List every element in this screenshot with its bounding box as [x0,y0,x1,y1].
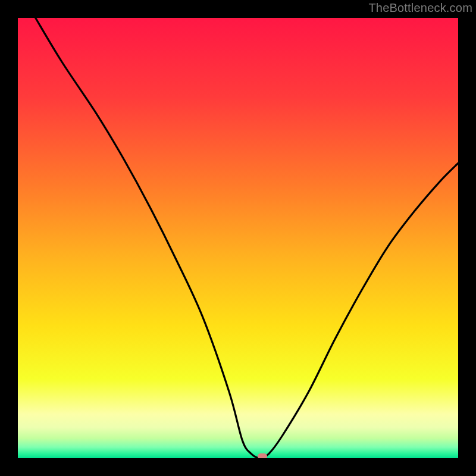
plot-area [18,18,458,458]
bottleneck-curve [18,18,458,458]
watermark-text: TheBottleneck.com [368,1,472,15]
optimal-point-marker [258,453,267,458]
chart-frame: TheBottleneck.com [0,0,476,476]
